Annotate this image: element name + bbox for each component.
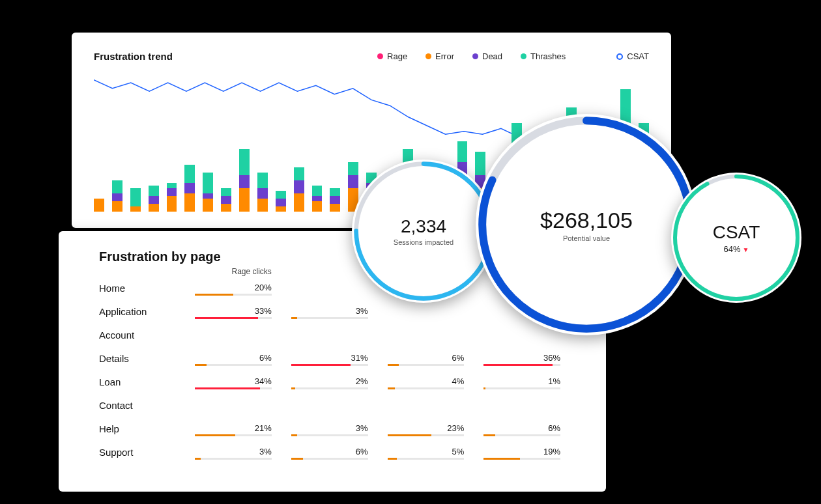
bypage-cell: 19% — [483, 447, 580, 460]
bypage-cell-value: 1% — [548, 376, 560, 386]
bypage-cell: 6% — [291, 447, 388, 460]
bypage-cell: 36% — [483, 353, 580, 366]
trend-bar — [294, 167, 304, 212]
bypage-cell — [195, 329, 291, 333]
legend-item-csat: CSAT — [616, 51, 649, 61]
trend-bar — [149, 186, 159, 212]
trend-bar — [167, 183, 177, 212]
legend-label: Error — [435, 51, 454, 61]
legend-label: Dead — [482, 51, 502, 61]
legend-label: CSAT — [627, 51, 649, 61]
bypage-cell: 31% — [291, 353, 388, 366]
bypage-row: Contact — [99, 400, 580, 423]
svg-point-5 — [675, 176, 798, 299]
legend-label: Rage — [387, 51, 407, 61]
bypage-row-name: Support — [99, 447, 195, 458]
kpi-sessions-impacted: 2,334 Sessions impacted — [352, 160, 495, 303]
bypage-cell-bar — [388, 434, 465, 436]
trend-bar — [94, 199, 104, 212]
bypage-cell-bar — [483, 387, 560, 389]
legend-item-error: Error — [425, 51, 454, 61]
bypage-row-name: Help — [99, 423, 195, 434]
trend-bar — [221, 188, 231, 212]
bypage-row: Details6%31%6%36% — [99, 353, 580, 376]
bypage-cell: 23% — [388, 423, 484, 436]
legend-label: Thrashes — [530, 51, 566, 61]
bypage-cell: 21% — [195, 423, 291, 436]
trend-legend: RageErrorDeadThrashesCSAT — [377, 51, 649, 61]
bypage-cell-value: 3% — [356, 306, 368, 316]
bypage-row-name: Loan — [99, 376, 195, 387]
bypage-cell-bar — [291, 317, 368, 319]
bypage-cell-bar — [483, 434, 560, 436]
bypage-cell: 2% — [291, 376, 388, 389]
bypage-row-name: Application — [99, 306, 195, 317]
bypage-cell-bar — [195, 458, 272, 460]
bypage-cell-value: 3% — [356, 423, 368, 433]
bypage-cell-value: 6% — [452, 353, 465, 363]
bypage-cell — [195, 400, 291, 403]
progress-ring — [476, 114, 697, 335]
bypage-cell: 3% — [291, 306, 388, 319]
bypage-cell: 6% — [483, 423, 580, 436]
bypage-cell: 33% — [195, 306, 291, 319]
trend-bar — [330, 188, 340, 212]
bypage-row-name: Details — [99, 353, 195, 364]
bypage-row-name: Home — [99, 283, 195, 294]
progress-ring — [671, 173, 801, 303]
progress-ring — [352, 160, 495, 303]
bypage-cell — [388, 329, 484, 333]
bypage-cell-value: 4% — [452, 376, 465, 386]
bypage-cell-value: 5% — [452, 447, 465, 456]
bypage-cell-value: 19% — [543, 447, 560, 456]
bypage-cell-bar — [291, 434, 368, 436]
bypage-cell: 4% — [388, 376, 484, 389]
bypage-cell-value: 34% — [255, 376, 272, 386]
bypage-cell: 5% — [388, 447, 484, 460]
kpi-potential-value: $268,105 Potential value — [476, 114, 697, 335]
bypage-cell — [291, 329, 388, 333]
bypage-cell-bar — [291, 364, 368, 366]
bypage-cell-bar — [483, 364, 560, 366]
bypage-row: Support3%6%5%19% — [99, 447, 580, 470]
bypage-row: Help21%3%23%6% — [99, 423, 580, 447]
kpi-csat: CSAT 64%▼ — [671, 173, 801, 303]
bypage-cell-bar — [291, 387, 368, 389]
bypage-cell — [388, 306, 484, 309]
bypage-cell — [483, 400, 580, 403]
bypage-row-name: Account — [99, 329, 195, 341]
bypage-cell-bar — [388, 387, 465, 389]
bypage-cell-bar — [195, 294, 272, 296]
bypage-cell: 20% — [195, 283, 291, 296]
trend-header: Frustration trend RageErrorDeadThrashesC… — [94, 51, 649, 62]
bypage-cell: 34% — [195, 376, 291, 389]
bypage-cell-bar — [195, 317, 272, 319]
trend-bar — [112, 180, 122, 212]
bypage-cell-value: 20% — [255, 283, 272, 292]
bypage-cell-value: 31% — [351, 353, 368, 363]
bypage-cell-value: 21% — [255, 423, 272, 433]
bypage-cell-bar — [388, 364, 465, 366]
bypage-cell — [388, 400, 484, 403]
trend-bar — [184, 165, 195, 212]
legend-item-dead: Dead — [472, 51, 502, 61]
trend-title: Frustration trend — [94, 51, 173, 62]
bypage-cell-bar — [195, 434, 272, 436]
legend-item-thrashes: Thrashes — [521, 51, 566, 61]
legend-item-rage: Rage — [377, 51, 407, 61]
trend-bar — [257, 173, 268, 212]
bypage-cell-value: 2% — [356, 376, 368, 386]
bypage-cell: 1% — [483, 376, 580, 389]
bypage-cell-value: 33% — [255, 306, 272, 316]
bypage-cell-value: 6% — [259, 353, 272, 363]
bypage-cell: 6% — [388, 353, 484, 366]
trend-bar — [276, 191, 286, 212]
bypage-cell-bar — [195, 364, 272, 366]
trend-bar — [203, 173, 213, 212]
trend-bar — [130, 188, 141, 212]
bypage-cell — [291, 400, 388, 403]
trend-bar — [312, 186, 323, 212]
bypage-cell: 6% — [195, 353, 291, 366]
bypage-cell-bar — [291, 458, 368, 460]
bypage-cell-bar — [483, 458, 560, 460]
